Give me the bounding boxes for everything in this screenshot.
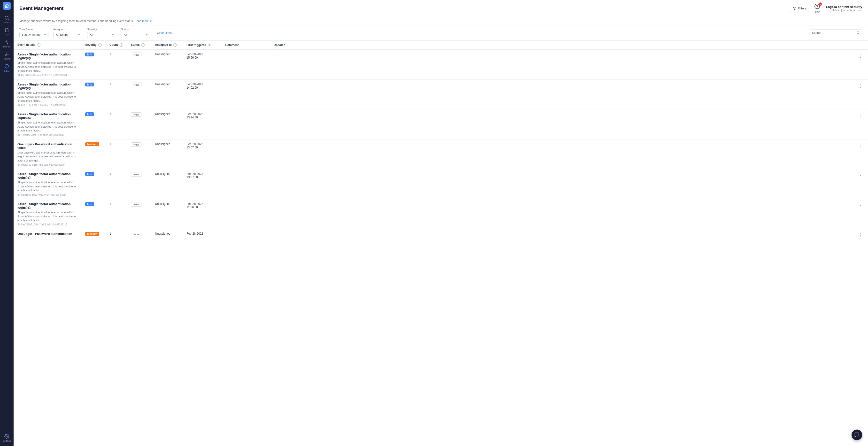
more-options-button[interactable]: ⋮ [857, 113, 864, 119]
sidebar-item-search[interactable]: Search [0, 13, 13, 26]
svg-point-1 [6, 54, 7, 55]
th-first-triggered-label: First triggered [186, 43, 206, 47]
th-assigned-to: Assigned to i [151, 41, 183, 50]
help-section: 1 Help [814, 3, 821, 13]
severity-badge: Info [85, 202, 94, 206]
status-badge: New [131, 113, 142, 117]
sidebar-item-metrics[interactable]: Metrics [0, 38, 13, 50]
comment-cell [221, 139, 270, 169]
user-info: Logz.io content security Admin | Securit… [826, 5, 862, 12]
actions-cell[interactable]: ⋮ [853, 199, 868, 229]
event-id: ID: 0fee4680-c397-4562-9087-65e042d60d48 [18, 74, 78, 76]
status-cell: New [127, 199, 151, 229]
sidebar-settings-label: Settings [3, 440, 11, 442]
filters-bar: Time frame Last 24 hours ▾ Assigned to A… [13, 25, 868, 41]
event-details-info-icon[interactable]: i [37, 43, 40, 47]
table-row[interactable]: OneLogin - Password authentication Mediu… [13, 229, 868, 242]
sidebar-item-settings[interactable]: Settings [2, 432, 12, 444]
table-row[interactable]: Azure - Single-factor authentication log… [13, 199, 868, 229]
sidebar-item-siem[interactable]: SIEM [0, 62, 13, 74]
filters-button[interactable]: Filters [790, 5, 809, 12]
table-row[interactable]: OneLogin - Password authentication faile… [13, 139, 868, 169]
severity-cell: Info [82, 169, 105, 199]
event-title: Azure - Single-factor authentication log… [18, 83, 78, 90]
first-triggered-cell: Feb-28-202215:56:00 [183, 50, 221, 79]
actions-cell[interactable]: ⋮ [853, 229, 868, 242]
svg-point-2 [6, 436, 7, 437]
event-id: ID: b1a4f4e2-e2ec-4452-b977-76ebef6944d9 [18, 104, 78, 106]
th-first-triggered: First triggered ⇅ [183, 41, 221, 50]
help-icon-wrap[interactable]: 1 [814, 3, 821, 10]
event-details-cell: Azure - Single-factor authentication log… [13, 79, 82, 109]
updated-cell [270, 169, 853, 199]
th-count: Count i [105, 41, 127, 50]
timeframe-chevron-icon: ▾ [44, 33, 46, 37]
assigned-value: Unassigned [155, 142, 170, 146]
table-row[interactable]: Azure - Single-factor authentication log… [13, 50, 868, 79]
severity-select[interactable]: All ▾ [87, 32, 116, 38]
sidebar-tracing-label: Tracing [3, 58, 10, 60]
more-options-button[interactable]: ⋮ [857, 142, 864, 149]
assigned-value: Unassigned [155, 113, 170, 116]
th-count-label: Count [110, 43, 118, 46]
count-cell: 1 [105, 79, 127, 109]
clear-filters-button[interactable]: Clear filters [157, 31, 172, 35]
status-select[interactable]: All ▾ [121, 32, 150, 38]
more-options-button[interactable]: ⋮ [857, 232, 864, 238]
table-wrap: Event details i Severity i Count i Statu… [13, 41, 868, 446]
severity-value: All [90, 33, 93, 37]
assigned-value: Unassigned [155, 202, 170, 205]
count-cell: 1 [105, 109, 127, 139]
th-actions [853, 41, 868, 50]
first-triggered-value: Feb-28-202213:07:00 [186, 142, 217, 149]
severity-info-icon[interactable]: i [98, 43, 102, 47]
severity-chevron-icon: ▾ [112, 33, 114, 37]
more-options-button[interactable]: ⋮ [857, 172, 864, 179]
status-info-icon[interactable]: i [142, 43, 145, 47]
more-options-button[interactable]: ⋮ [857, 53, 864, 59]
actions-cell[interactable]: ⋮ [853, 109, 868, 139]
timeframe-filter: Time frame Last 24 hours ▾ [20, 28, 49, 38]
table-row[interactable]: Azure - Single-factor authentication log… [13, 79, 868, 109]
event-desc: Single-factor authentication to an accou… [18, 211, 78, 223]
first-triggered-cell: Feb-28-202213:07:00 [183, 169, 221, 199]
assigned-select[interactable]: All Users ▾ [53, 32, 82, 38]
actions-cell[interactable]: ⋮ [853, 79, 868, 109]
th-updated-label: Updated [274, 43, 285, 47]
user-name: Logz.io content security [826, 5, 862, 9]
event-title: Azure - Single-factor authentication log… [18, 113, 78, 120]
sidebar-logs-label: Logs [4, 33, 9, 36]
event-details-cell: Azure - Single-factor authentication log… [13, 169, 82, 199]
count-info-icon[interactable]: i [120, 43, 123, 47]
event-desc: Single-factor authentication to an accou… [18, 91, 78, 103]
actions-cell[interactable]: ⋮ [853, 50, 868, 79]
assigned-cell: Unassigned [151, 50, 183, 79]
event-title: Azure - Single-factor authentication log… [18, 53, 78, 60]
th-event-details-label: Event details [18, 43, 35, 46]
table-row[interactable]: Azure - Single-factor authentication log… [13, 109, 868, 139]
sidebar-item-logs[interactable]: Logs [0, 26, 13, 38]
count-cell: 1 [105, 229, 127, 242]
assigned-value: All Users [56, 33, 68, 37]
actions-cell[interactable]: ⋮ [853, 139, 868, 169]
table-row[interactable]: Azure - Single-factor authentication log… [13, 169, 868, 199]
assigned-info-icon[interactable]: i [174, 43, 177, 47]
event-title: OneLogin - Password authentication [18, 232, 78, 235]
assigned-filter: Assigned to All Users ▾ [53, 28, 82, 38]
search-input[interactable] [809, 30, 862, 36]
chat-bubble[interactable] [851, 429, 862, 440]
event-details-cell: OneLogin - Password authentication [13, 229, 82, 242]
first-triggered-cell: Feb-28-202214:02:00 [183, 79, 221, 109]
timeframe-select[interactable]: Last 24 hours ▾ [20, 32, 49, 38]
first-triggered-cell: Feb-28-202211:36:00 [183, 199, 221, 229]
more-options-button[interactable]: ⋮ [857, 202, 864, 209]
sidebar-item-tracing[interactable]: Tracing [0, 50, 13, 62]
status-filter: Status All ▾ [121, 28, 150, 38]
read-more-link[interactable]: Read more [134, 20, 153, 23]
description-text: Manage and filter events by assigning th… [20, 20, 134, 23]
actions-cell[interactable]: ⋮ [853, 169, 868, 199]
assigned-label: Assigned to [53, 28, 82, 31]
first-triggered-filter-icon[interactable]: ⇅ [208, 43, 211, 47]
more-options-button[interactable]: ⋮ [857, 83, 864, 89]
assigned-value: Unassigned [155, 83, 170, 86]
